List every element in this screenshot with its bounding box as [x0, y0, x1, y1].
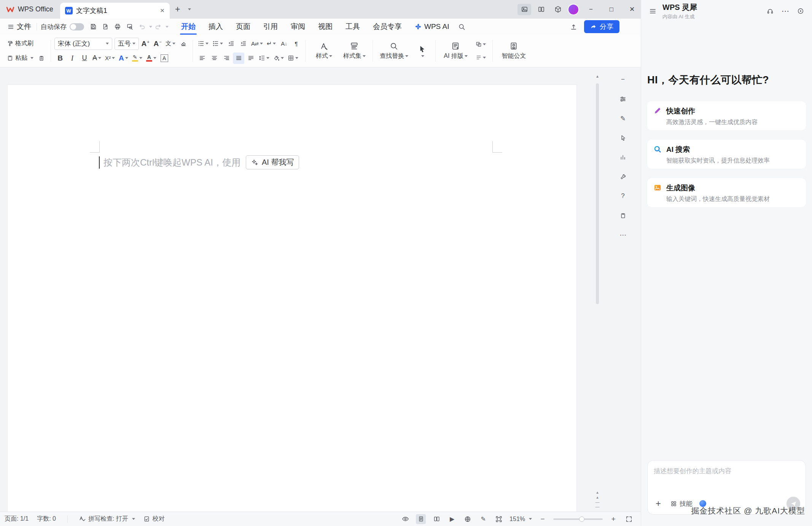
float-window-button[interactable]: [794, 5, 807, 17]
eye-protect-button[interactable]: [400, 514, 410, 524]
save-button[interactable]: [87, 21, 99, 33]
pinyin-guide-button[interactable]: 文: [164, 38, 177, 49]
object-arrange-button[interactable]: [474, 38, 487, 50]
vertical-scrollbar[interactable]: ▴ ▴▴——: [594, 67, 600, 512]
read-mode-button[interactable]: [617, 151, 629, 163]
web-view-button[interactable]: [463, 514, 473, 524]
more-options-button[interactable]: ⋯: [779, 5, 791, 17]
share-button[interactable]: 分享: [584, 20, 619, 33]
select-tool-button[interactable]: [412, 45, 432, 57]
service-headset-button[interactable]: [764, 5, 776, 17]
card-ai-search[interactable]: AI 搜索 智能获取实时资讯，提升信息处理效率: [647, 140, 806, 169]
clipboard-panel-button[interactable]: [617, 209, 629, 222]
scroll-up-icon[interactable]: ▴: [594, 73, 600, 79]
align-left-button[interactable]: [196, 53, 208, 64]
bold-button[interactable]: B: [54, 53, 66, 64]
search-button[interactable]: [455, 21, 468, 33]
ribbon-tab-page[interactable]: 页面: [229, 19, 257, 35]
redo-button[interactable]: [152, 21, 164, 33]
adjust-settings-button[interactable]: [617, 93, 629, 105]
underline-button[interactable]: U: [79, 53, 90, 64]
bullet-list-button[interactable]: [196, 38, 210, 49]
zoom-level[interactable]: 151%: [509, 516, 532, 523]
window-close-button[interactable]: ✕: [623, 0, 641, 19]
card-generate-image[interactable]: 生成图像 输入关键词，快速生成高质量视觉素材: [647, 178, 806, 207]
add-attachment-button[interactable]: +: [653, 498, 664, 509]
zoom-slider[interactable]: [553, 518, 603, 520]
line-break-button[interactable]: ↵: [265, 38, 277, 49]
ribbon-tab-reference[interactable]: 引用: [257, 19, 284, 35]
decrease-font-button[interactable]: A−: [152, 38, 163, 49]
proofread-button[interactable]: 校对: [143, 515, 165, 523]
autosave-toggle[interactable]: [70, 23, 84, 30]
user-avatar[interactable]: [568, 4, 579, 15]
spellcheck-status[interactable]: 拼写检查: 打开: [79, 515, 135, 523]
screenshot-tool-button[interactable]: [517, 4, 531, 15]
page-indicator[interactable]: 页面: 1/1: [5, 515, 29, 523]
text-direction-button[interactable]: [474, 52, 487, 63]
zoom-in-button[interactable]: +: [608, 514, 618, 524]
increase-indent-button[interactable]: [237, 38, 249, 49]
autosave-control[interactable]: 自动保存: [41, 22, 84, 31]
app-center-button[interactable]: [551, 4, 565, 15]
new-tab-button[interactable]: +: [172, 4, 183, 15]
style-set-button[interactable]: 样式集: [339, 42, 369, 60]
zoom-out-button[interactable]: −: [538, 514, 548, 524]
align-right-button[interactable]: [221, 53, 232, 64]
file-menu[interactable]: 文件: [5, 22, 33, 32]
font-color-button[interactable]: A: [145, 53, 158, 64]
paste-button[interactable]: 粘贴: [5, 53, 35, 64]
align-center-button[interactable]: [209, 53, 220, 64]
font-size-select[interactable]: 五号: [115, 38, 139, 50]
ribbon-tab-tools[interactable]: 工具: [339, 19, 366, 35]
smart-doc-button[interactable]: 智能公文: [496, 42, 531, 60]
select-tool-side-button[interactable]: [617, 132, 629, 144]
cloud-upload-button[interactable]: [567, 21, 580, 33]
shading-button[interactable]: [272, 53, 285, 64]
redo-history-chevron-icon[interactable]: [166, 26, 169, 28]
ai-write-button[interactable]: AI 帮我写: [246, 155, 299, 169]
skills-button[interactable]: 技能: [670, 499, 693, 508]
undo-button[interactable]: [136, 21, 148, 33]
zoom-slider-thumb[interactable]: [579, 516, 584, 522]
page-view-button[interactable]: [416, 514, 426, 524]
multi-page-view-button[interactable]: [431, 514, 441, 524]
clear-format-button[interactable]: [178, 38, 189, 49]
highlight-button[interactable]: ✎: [131, 53, 144, 64]
word-count[interactable]: 字数: 0: [37, 515, 56, 523]
undo-history-chevron-icon[interactable]: [149, 26, 152, 28]
document-tab[interactable]: W 文字文稿1 ✕: [60, 3, 170, 19]
superscript-button[interactable]: X²: [103, 53, 116, 64]
char-border-button[interactable]: A: [159, 53, 170, 64]
ribbon-tab-home[interactable]: 开始: [175, 19, 202, 35]
wps-home-tab[interactable]: WPS Office: [0, 0, 59, 19]
annotate-pen-button[interactable]: ✎: [617, 112, 629, 124]
ribbon-tab-member[interactable]: 会员专享: [366, 19, 408, 35]
ribbon-tab-review[interactable]: 审阅: [284, 19, 312, 35]
scroll-page-buttons[interactable]: ▴▴——: [594, 490, 600, 509]
ai-layout-button[interactable]: AI 排版: [439, 42, 472, 60]
paragraph-mark-button[interactable]: ¶: [290, 38, 302, 49]
scrollbar-thumb[interactable]: [596, 83, 599, 304]
format-painter-button[interactable]: 格式刷: [5, 38, 35, 49]
tools-button[interactable]: [617, 171, 629, 183]
line-spacing-button[interactable]: [257, 53, 271, 64]
char-scale-button[interactable]: A⇄: [250, 38, 264, 49]
slideshow-button[interactable]: ▶: [447, 514, 457, 524]
fit-page-button[interactable]: [494, 514, 504, 524]
tab-close-icon[interactable]: ✕: [160, 7, 165, 14]
print-button[interactable]: [111, 21, 124, 33]
numbered-list-button[interactable]: [211, 38, 224, 49]
align-distribute-button[interactable]: [245, 53, 256, 64]
decrease-indent-button[interactable]: [225, 38, 237, 49]
document-page[interactable]: 按下两次Ctrl键唤起WPS AI，使用 AI 帮我写: [7, 84, 577, 512]
fullscreen-button[interactable]: [624, 514, 634, 524]
minimize-button[interactable]: −: [582, 0, 600, 19]
split-screen-button[interactable]: [534, 4, 548, 15]
find-replace-button[interactable]: 查找替换: [376, 42, 411, 60]
help-button[interactable]: ?: [617, 190, 629, 202]
prompt-input[interactable]: [648, 461, 806, 489]
styles-button[interactable]: 样式: [309, 42, 339, 60]
strikethrough-button[interactable]: A: [91, 53, 103, 64]
ribbon-tab-wps-ai[interactable]: WPS AI: [408, 19, 455, 35]
